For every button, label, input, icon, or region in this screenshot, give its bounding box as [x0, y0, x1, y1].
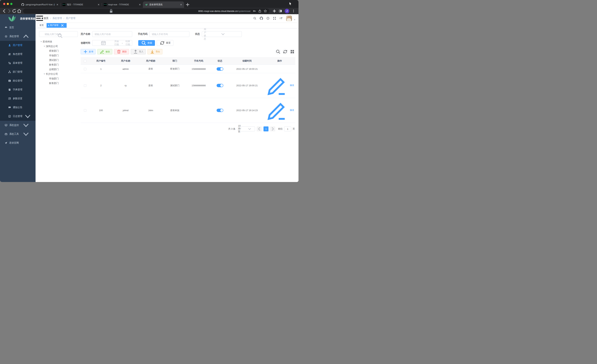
help-button[interactable]: ?: [266, 17, 269, 20]
sidebar-item-角色管理[interactable]: 角色管理: [0, 50, 36, 59]
sidebar-item-系统管理[interactable]: 系统管理: [0, 32, 36, 41]
zoom-window-button[interactable]: [10, 3, 12, 5]
tag-首页[interactable]: 首页: [38, 23, 46, 28]
pencil-icon: [100, 49, 105, 54]
tree-node-长沙分公司[interactable]: 长沙分公司: [39, 72, 78, 76]
sidebar-item-字典管理[interactable]: 字典管理: [0, 85, 36, 94]
tree-node-若依科技[interactable]: 若依科技: [39, 39, 78, 44]
tag-用户管理[interactable]: 用户管理: [47, 23, 67, 28]
tree-node-深圳总公司[interactable]: 深圳总公司: [39, 44, 78, 49]
back-button[interactable]: [2, 8, 7, 14]
github-link-button[interactable]: [260, 17, 263, 20]
tree-node-市场部门[interactable]: 市场部门: [39, 76, 78, 81]
breadcrumb-item[interactable]: 首页: [44, 17, 48, 20]
tree-node-运维部门[interactable]: 运维部门: [39, 67, 78, 72]
app-logo[interactable]: 若依管理系统: [0, 14, 36, 23]
browser-tab[interactable]: yangzongzhuan/RuoYi-Vue: (Ru: [19, 1, 60, 8]
minimize-window-button[interactable]: [7, 3, 9, 5]
tab-title: yangzongzhuan/RuoYi-Vue: (Ru: [26, 3, 55, 6]
column-settings-button[interactable]: [290, 49, 295, 54]
row-checkbox[interactable]: [84, 109, 86, 112]
close-window-button[interactable]: [3, 3, 5, 5]
sidebar-item-菜单管理[interactable]: 菜单管理: [0, 59, 36, 68]
sidebar-item-通知公告[interactable]: 通知公告: [0, 103, 36, 112]
tag-close-icon[interactable]: [60, 23, 65, 28]
browser-menu-button[interactable]: [292, 9, 295, 13]
browser-tab[interactable]: <t>项目 - TITANIDE: [60, 1, 102, 8]
tree-expand-caret-icon[interactable]: [43, 44, 46, 49]
row-checkbox[interactable]: [84, 84, 86, 87]
sidebar-collapse-button[interactable]: [36, 14, 44, 22]
next-page-button[interactable]: [270, 126, 275, 132]
sidebar-item-系统监控[interactable]: 系统监控: [0, 121, 36, 130]
browser-tab[interactable]: 若依管理系统: [143, 1, 184, 8]
tree-node-研发部门[interactable]: 研发部门: [39, 49, 78, 53]
tree-node-测试部门[interactable]: 测试部门: [39, 58, 78, 62]
status-toggle[interactable]: [217, 109, 223, 112]
tab-close-icon[interactable]: [56, 1, 59, 8]
row-edit-link[interactable]: 修改: [265, 98, 294, 122]
bookmark-star-button[interactable]: [264, 9, 267, 13]
reset-button[interactable]: 重置: [157, 40, 173, 46]
search-button[interactable]: 搜索: [138, 40, 155, 46]
page-number-button[interactable]: 1: [264, 126, 268, 132]
row-delete-link[interactable]: 删除: [296, 98, 298, 122]
row-checkbox[interactable]: [84, 68, 86, 70]
select-all-checkbox[interactable]: [84, 60, 86, 62]
sidebar-item-岗位管理[interactable]: 岗位管理: [0, 76, 36, 85]
browser-profile-avatar[interactable]: J: [285, 9, 289, 13]
font-size-button[interactable]: TT: [280, 17, 283, 20]
tree-node-财务部门[interactable]: 财务部门: [39, 62, 78, 67]
page-size-select[interactable]: 10条/页: [238, 126, 255, 132]
status-select[interactable]: 用户状态: [202, 31, 242, 37]
status-toggle[interactable]: [217, 67, 223, 71]
username-input[interactable]: [92, 31, 132, 37]
sidebar-item-首页[interactable]: 首页: [0, 23, 36, 32]
refresh-table-button[interactable]: [283, 49, 288, 54]
tree-node-市场部门[interactable]: 市场部门: [39, 53, 78, 58]
home-button[interactable]: [17, 8, 22, 14]
phone-input[interactable]: [149, 31, 189, 37]
tab-close-icon[interactable]: [97, 1, 100, 8]
avatar-caret-icon[interactable]: [294, 18, 296, 20]
date-range-picker[interactable]: 开始日期 - 结束日期: [92, 40, 132, 46]
toolbar-overflow-chevron[interactable]: [295, 13, 298, 15]
sidebar-item-系统工具[interactable]: 系统工具: [0, 130, 36, 139]
tree-expand-caret-icon[interactable]: [43, 72, 46, 76]
export-button[interactable]: 导出: [148, 49, 162, 54]
sidebar-item-日志管理[interactable]: 日志管理: [0, 112, 36, 121]
tab-close-icon[interactable]: [139, 1, 141, 8]
status-toggle[interactable]: [217, 84, 223, 87]
goto-page-input[interactable]: [284, 126, 291, 132]
reload-button[interactable]: [12, 8, 17, 14]
prev-page-button[interactable]: [257, 126, 262, 132]
navbar-actions: ? TT: [253, 15, 296, 21]
address-bar[interactable]: 8081-rouyi-vue-demo.cloud.titanide.cn/sy…: [23, 8, 269, 14]
side-panel-button[interactable]: [279, 9, 282, 13]
password-key-button[interactable]: [253, 9, 256, 13]
delete-button[interactable]: 删除: [114, 49, 129, 54]
extensions-button[interactable]: [273, 9, 276, 13]
user-avatar[interactable]: [286, 15, 292, 21]
edit-button[interactable]: 修改: [97, 49, 112, 54]
tree-expand-caret-icon[interactable]: [40, 39, 43, 44]
add-button[interactable]: 新增: [81, 49, 96, 54]
sidebar-item-用户管理[interactable]: 用户管理: [0, 41, 36, 50]
sidebar-item-若依官网[interactable]: 若依官网: [0, 139, 36, 147]
browser-tab[interactable]: <t>rouyi-vue - TITANIDE: [102, 1, 143, 8]
sidebar-item-部门管理[interactable]: 部门管理: [0, 68, 36, 76]
fullscreen-button[interactable]: [273, 17, 276, 20]
share-button[interactable]: [258, 9, 261, 13]
titanide-favicon: <t>: [104, 3, 107, 6]
sidebar-item-参数设置[interactable]: 参数设置: [0, 94, 36, 103]
svg-text:?: ?: [267, 17, 268, 19]
row-delete-link[interactable]: 删除: [296, 73, 298, 97]
toggle-search-button[interactable]: [275, 49, 281, 54]
row-edit-link[interactable]: 修改: [265, 73, 294, 97]
tree-node-财务部门[interactable]: 财务部门: [39, 81, 78, 85]
tab-close-icon[interactable]: [180, 1, 182, 8]
import-button[interactable]: 导入: [131, 49, 146, 54]
new-tab-button[interactable]: [185, 2, 190, 7]
header-search-button[interactable]: [253, 17, 256, 20]
forward-button[interactable]: [7, 8, 12, 14]
